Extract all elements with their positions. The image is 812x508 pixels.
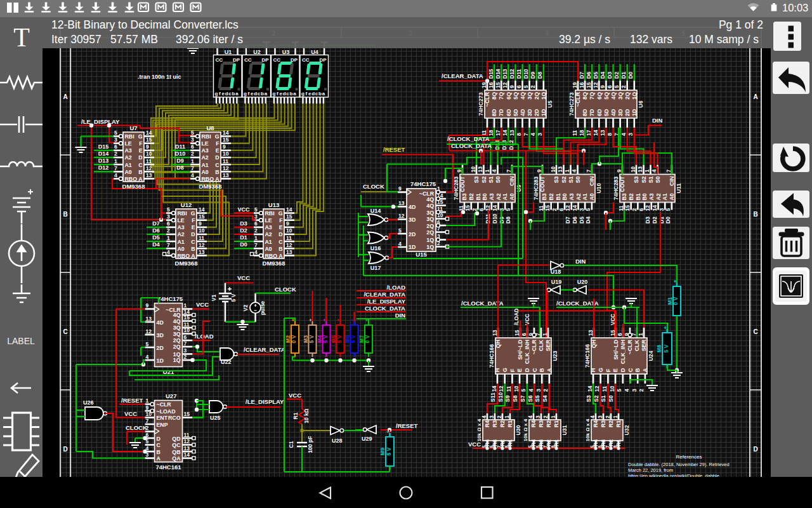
- svg-text:B: B: [634, 368, 641, 372]
- svg-text:10: 10: [286, 227, 292, 234]
- svg-text:1: 1: [184, 302, 187, 309]
- svg-text:10k Ω x 4: 10k Ω x 4: [585, 418, 591, 441]
- svg-text:LE: LE: [265, 217, 272, 224]
- svg-text:14: 14: [223, 130, 229, 136]
- svg-text:RBO: RBO: [202, 176, 214, 182]
- svg-text:S2: S2: [561, 176, 567, 183]
- svg-text:15: 15: [223, 137, 229, 143]
- svg-text:D15: D15: [98, 144, 109, 150]
- svg-text:3D: 3D: [157, 332, 164, 338]
- svg-text:C: C: [191, 239, 195, 245]
- svg-text:A: A: [191, 253, 195, 259]
- svg-text:12: 12: [502, 82, 508, 88]
- svg-text:CLK_INH: CLK_INH: [620, 340, 626, 364]
- svg-text:SH/~LD: SH/~LD: [517, 340, 523, 360]
- svg-text:7: 7: [586, 170, 592, 173]
- svg-text:QC: QC: [172, 442, 181, 448]
- svg-text:Double dabble. (2018, November: Double dabble. (2018, November 29). Retr…: [628, 462, 730, 467]
- svg-text:B2: B2: [628, 193, 634, 200]
- svg-text:4: 4: [620, 133, 627, 136]
- svg-text:H: H: [590, 368, 596, 372]
- svg-text:57.57 MB: 57.57 MB: [110, 33, 158, 46]
- svg-text:B: B: [753, 211, 757, 218]
- svg-text:12: 12: [286, 242, 292, 248]
- svg-text:S10: S10: [497, 392, 504, 402]
- svg-text:2: 2: [191, 150, 194, 157]
- svg-text:D8: D8: [505, 217, 511, 224]
- svg-text:12: 12: [594, 385, 600, 392]
- svg-text:SER: SER: [641, 339, 647, 351]
- svg-text:1D: 1D: [409, 244, 416, 250]
- svg-text:RCO: RCO: [168, 415, 181, 421]
- svg-text:11: 11: [618, 205, 624, 211]
- svg-text:U15: U15: [416, 251, 427, 258]
- svg-text:COUT: COUT: [539, 176, 546, 192]
- svg-text:4Q: 4Q: [426, 196, 434, 203]
- svg-text:E: E: [216, 147, 219, 154]
- svg-text:A3: A3: [488, 193, 495, 200]
- svg-text:13: 13: [557, 166, 563, 173]
- svg-text:74HC283: 74HC283: [453, 177, 459, 200]
- svg-text:U27: U27: [166, 392, 176, 399]
- svg-text:R1: R1: [507, 420, 513, 427]
- svg-text:A: A: [278, 253, 283, 259]
- svg-text:B1: B1: [475, 193, 481, 200]
- svg-text:5 V: 5 V: [350, 335, 357, 343]
- svg-text:R1: R1: [615, 420, 622, 427]
- svg-text:3: 3: [597, 415, 603, 418]
- svg-text:13: 13: [587, 330, 594, 336]
- svg-text:U25: U25: [210, 415, 221, 421]
- svg-text:11: 11: [538, 205, 544, 211]
- svg-text:CC: CC: [244, 57, 252, 63]
- svg-text:9: 9: [286, 220, 289, 227]
- svg-text:C: C: [627, 368, 634, 372]
- svg-text:6: 6: [638, 208, 645, 211]
- svg-text:12: 12: [645, 205, 651, 211]
- svg-text:R4: R4: [484, 439, 490, 446]
- svg-text:~CLR: ~CLR: [157, 401, 172, 408]
- svg-text:D: D: [753, 446, 757, 453]
- svg-text:1: 1: [167, 235, 170, 241]
- svg-text:D1: D1: [658, 217, 665, 224]
- svg-text:VCC: VCC: [524, 314, 530, 325]
- svg-text:1Q: 1Q: [631, 92, 638, 100]
- svg-text:15: 15: [184, 411, 190, 417]
- svg-text:6: 6: [521, 333, 527, 336]
- svg-text:U29: U29: [362, 436, 372, 442]
- svg-text:9: 9: [199, 220, 202, 227]
- svg-text:0 V: 0 V: [291, 335, 297, 343]
- svg-text:b: b: [290, 91, 293, 97]
- svg-text:2: 2: [620, 85, 627, 88]
- svg-text:16: 16: [579, 82, 585, 88]
- svg-text:3: 3: [167, 213, 170, 220]
- svg-text:B: B: [63, 211, 67, 218]
- svg-text:R3: R3: [492, 439, 498, 446]
- svg-text:4: 4: [491, 170, 497, 173]
- svg-text:A2: A2: [495, 193, 502, 200]
- svg-text:a: a: [293, 91, 296, 97]
- svg-text:5 V: 5 V: [230, 293, 237, 302]
- svg-text:4: 4: [530, 133, 536, 136]
- svg-text:6: 6: [254, 220, 258, 227]
- svg-text:C1: C1: [288, 441, 294, 448]
- svg-text:5: 5: [505, 208, 511, 211]
- svg-text:4: 4: [651, 170, 657, 173]
- svg-text:4: 4: [527, 415, 534, 418]
- svg-text:CLOCK_DATA: CLOCK_DATA: [451, 142, 492, 149]
- svg-text:R4: R4: [593, 439, 599, 446]
- svg-text:S11: S11: [490, 392, 496, 402]
- svg-text:15: 15: [464, 205, 471, 211]
- svg-text:5D: 5D: [513, 109, 519, 116]
- svg-text:3Q: 3Q: [426, 210, 434, 216]
- svg-text:U26: U26: [83, 399, 94, 406]
- svg-text:6Q: 6Q: [596, 92, 603, 100]
- svg-text:G: G: [191, 210, 195, 217]
- svg-text:8D: 8D: [582, 109, 588, 116]
- svg-text:U20: U20: [577, 279, 588, 285]
- svg-text:5: 5: [616, 389, 622, 392]
- svg-text:R1: R1: [615, 439, 622, 446]
- svg-text:5Q: 5Q: [603, 92, 610, 100]
- svg-text:B3: B3: [621, 193, 627, 200]
- svg-text:S3: S3: [633, 176, 639, 183]
- svg-text:A0: A0: [202, 169, 209, 175]
